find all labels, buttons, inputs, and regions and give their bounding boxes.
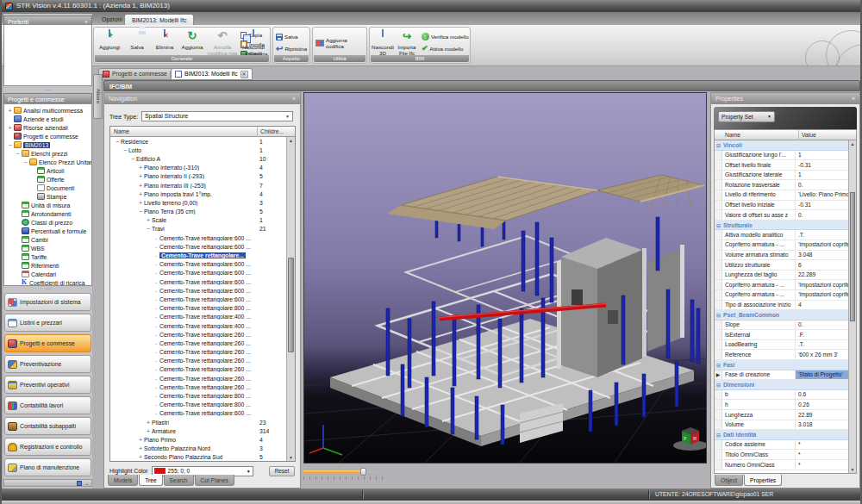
hide-3d-button[interactable]: Nascondi 3D: [371, 29, 395, 56]
property-set-button[interactable]: Property Set▼: [718, 111, 775, 122]
spatial-tree-row[interactable]: +Piano Primo4: [110, 435, 287, 444]
property-value[interactable]: *: [796, 460, 848, 470]
slider-thumb[interactable]: [360, 468, 366, 476]
sidebar-tree-item[interactable]: Tariffe: [4, 252, 91, 261]
collapse-group-icon[interactable]: ⊟: [716, 382, 721, 388]
sidebar-tree-item[interactable]: Calendari: [4, 270, 91, 278]
scroll-down-icon[interactable]: ▼: [849, 466, 856, 473]
spatial-tree-row[interactable]: ‐Cemento-Trave rettangolare:400 ...: [110, 321, 287, 330]
spatial-tree-row[interactable]: ‐Cemento-Trave rettangolare:600 ...: [110, 260, 287, 269]
sidebar-tree-item[interactable]: WBS: [4, 244, 91, 252]
column-children[interactable]: Childre...: [257, 127, 284, 137]
property-row[interactable]: Copriferro armatura - ...'Impostazioni c…: [715, 290, 848, 301]
property-value[interactable]: 'Stato di Progetto': [796, 370, 848, 380]
property-group-header[interactable]: ⊟Dati identità: [715, 430, 848, 440]
hide-details-button2[interactable]: Nascondi dettagli: [239, 29, 268, 56]
property-group-header[interactable]: ⊟Strutturale: [715, 221, 848, 231]
3d-viewport[interactable]: F R: [303, 92, 707, 464]
spatial-tree-row[interactable]: +Pilastri23: [110, 418, 287, 426]
property-group-header[interactable]: ⊟Dimensioni: [715, 380, 848, 390]
property-row[interactable]: Valore di offset su asse z0.: [715, 210, 848, 221]
property-value[interactable]: 22.289: [796, 271, 848, 280]
property-group-header[interactable]: ⊟Fasi: [715, 360, 848, 370]
property-row[interactable]: Copriferro armatura - ...'Impostazioni c…: [715, 280, 848, 290]
collapse-icon[interactable]: −: [145, 226, 152, 232]
sidebar-tree-item[interactable]: −BIM2013: [4, 140, 91, 149]
expand-icon[interactable]: +: [145, 428, 152, 434]
expand-icon[interactable]: +: [137, 454, 144, 460]
collapse-icon[interactable]: −: [22, 159, 28, 165]
sidebar-tree-item[interactable]: Arrotondamenti: [4, 209, 91, 218]
property-value[interactable]: '600 x 26 mm 3': [796, 350, 848, 359]
expand-icon[interactable]: +: [137, 173, 144, 179]
property-value[interactable]: -0.31: [796, 201, 848, 210]
column-name[interactable]: Name: [725, 130, 740, 140]
expand-icon[interactable]: +: [137, 183, 144, 189]
sidebar-tree-item[interactable]: −Elenchi prezzi: [4, 149, 91, 158]
tree-scrollbar[interactable]: ▲ ▼: [286, 137, 295, 461]
spatial-tree-row[interactable]: −Edificio A10: [110, 154, 287, 163]
property-row[interactable]: Volume3.018: [715, 420, 848, 431]
property-row[interactable]: Reference'600 x 26 mm 3': [715, 350, 848, 360]
scroll-up-icon[interactable]: ▲: [287, 137, 295, 144]
tab-cut-planes[interactable]: Cut Planes: [195, 475, 234, 486]
property-row[interactable]: LoadBearing.T.: [715, 340, 848, 351]
spatial-tree-row[interactable]: +Piano interrato III (-253)7: [110, 181, 287, 190]
expand-icon[interactable]: +: [137, 445, 144, 451]
spatial-tree-row[interactable]: ‐Cemento-Trave rettangolare:600 ...: [110, 269, 287, 277]
sidebar-tree-item[interactable]: KCoefficienti di ricarica: [4, 278, 91, 286]
scroll-down-icon[interactable]: ▼: [287, 454, 295, 461]
property-row[interactable]: Lunghezza del taglio22.289: [715, 271, 848, 281]
sidebar-tree-item[interactable]: Articoli: [4, 166, 91, 175]
doc-tab-progetti[interactable]: Progetti e commesse✕: [98, 68, 182, 80]
module-button-progetti-e-commesse[interactable]: Progetti e commesse: [4, 334, 91, 352]
module-button-impostazioni-di-sistema[interactable]: Impostazioni di sistema: [4, 293, 91, 311]
property-row[interactable]: Numero OmniClass*: [715, 460, 848, 470]
module-button-piano-di-manutenzione[interactable]: Piano di manutenzione: [4, 458, 91, 476]
sidebar-tree-item[interactable]: Percentuali e formule: [4, 227, 91, 235]
module-button-preventivazione[interactable]: Preventivazione: [4, 355, 91, 373]
tab-tree[interactable]: Tree: [139, 475, 162, 486]
collapse-icon[interactable]: «: [292, 93, 296, 104]
activate-model-button[interactable]: ✔Attiva modello: [422, 44, 463, 53]
property-value[interactable]: *: [796, 440, 848, 450]
save-button[interactable]: Salva: [123, 29, 151, 50]
property-value[interactable]: 3.048: [796, 251, 848, 260]
spatial-tree-row[interactable]: ‐Cemento-Trave rettangolare:260 ...: [110, 374, 287, 383]
property-row[interactable]: h0.26: [715, 400, 848, 410]
tab-search[interactable]: Search: [164, 475, 194, 486]
scroll-up-icon[interactable]: ▲: [849, 140, 856, 147]
property-row[interactable]: Lunghezza22.89: [715, 410, 848, 420]
doc-tab-modelli-ifc[interactable]: BIM2013: Modelli Ifc✕: [171, 68, 253, 80]
spatial-tree-row[interactable]: +Sottotetto Palazzina Nord3: [110, 445, 287, 453]
spatial-tree-row[interactable]: ‐Cemento-Trave rettangolare:260 ...: [110, 330, 287, 339]
spatial-tree-row[interactable]: ‐Cemento-Trave rettangolare:260 ...: [110, 365, 287, 374]
module-button-registrazioni-e-controllo[interactable]: Registrazioni e controllo: [4, 438, 91, 456]
property-value[interactable]: 1: [796, 151, 848, 160]
property-row[interactable]: Offset livello finale-0.31: [715, 160, 848, 171]
sidebar-tree-item[interactable]: Stampe: [4, 192, 91, 201]
property-value[interactable]: 0.: [796, 180, 848, 190]
module-button-listini-e-prezzari[interactable]: Listini e prezzari: [4, 314, 91, 332]
module-button-contabilit-lavori[interactable]: Contabilità lavori: [4, 396, 91, 414]
spatial-tree-row[interactable]: ‐Cemento-Trave rettangolare:600 ...: [110, 286, 287, 295]
undo-row-edit-button[interactable]: ↶Annulla modifica riga: [206, 29, 239, 56]
spatial-tree-row[interactable]: ‐Cemento-Trave rettangolare:600 ...: [110, 233, 287, 242]
tab-object[interactable]: Object: [715, 475, 743, 486]
spatial-tree-row[interactable]: ‐Cemento-Trave rettangolare:800 ...: [110, 391, 287, 400]
sidebar-tree-item[interactable]: Aziende e studi: [4, 115, 91, 123]
collapse-group-icon[interactable]: ⊟: [716, 142, 721, 148]
sidebar-tree-item[interactable]: Riferimenti: [4, 261, 91, 270]
spatial-tree-row[interactable]: +Secondo Piano Palazzina Sud5: [110, 453, 287, 462]
property-value[interactable]: 0.6: [796, 390, 848, 400]
property-value[interactable]: 0.: [796, 320, 848, 330]
spatial-tree-row[interactable]: −Travi21: [110, 225, 287, 233]
spatial-tree-row[interactable]: ‐Cemento-Trave rettangolare:260 ...: [110, 383, 287, 391]
expand-icon[interactable]: +: [145, 420, 152, 426]
property-value[interactable]: 3.018: [796, 420, 848, 430]
verify-model-button[interactable]: ↓Verifica modello: [422, 32, 469, 41]
spatial-tree-row[interactable]: +Armature314: [110, 426, 287, 435]
property-row[interactable]: Copriferro armatura - ...'Impostazioni c…: [715, 240, 848, 251]
collapse-icon[interactable]: −: [114, 139, 121, 145]
property-value[interactable]: 'Impostazioni copriferro ar...: [796, 240, 848, 250]
